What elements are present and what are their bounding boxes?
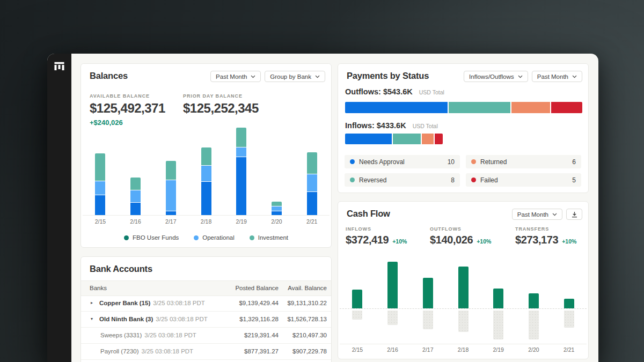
status-dot — [471, 159, 476, 164]
posted-balance: $9,139,429.44 — [239, 295, 279, 311]
download-icon — [572, 211, 577, 218]
status-label: Reversed — [359, 176, 386, 184]
app-logo-icon[interactable] — [54, 61, 65, 74]
stacked-bar — [188, 147, 224, 215]
available-balance-stat: AVAILABLE BALANCE $125,492,371 +$240,026 — [90, 93, 165, 127]
status-chip-failed[interactable]: Failed 5 — [466, 173, 581, 187]
balances-group-dropdown[interactable]: Group by Bank — [265, 71, 325, 82]
payments-period-dropdown[interactable]: Past Month — [532, 71, 582, 82]
avail-balance: $210,497.30 — [292, 327, 327, 343]
outflows-total-value: Outflows: $543.6K — [345, 87, 413, 96]
x-axis-label: 2/17 — [153, 218, 188, 225]
x-axis-label: 2/15 — [83, 218, 118, 225]
status-count: 6 — [572, 158, 576, 166]
payment-status-list: Needs Approval 10 Returned 6 Reversed 8 — [345, 155, 581, 187]
x-axis-label: 2/21 — [294, 218, 330, 225]
account-timestamp: 3/25 03:08:18 PDT — [142, 348, 194, 354]
download-button[interactable] — [566, 209, 582, 220]
prior-day-balance-value: $125,252,345 — [183, 101, 259, 116]
bar-segment — [130, 178, 141, 190]
negative-bar — [481, 311, 516, 339]
negative-bar — [445, 311, 481, 332]
status-chip-returned[interactable]: Returned 6 — [466, 155, 581, 168]
status-dot — [471, 178, 476, 182]
inflows-bar — [345, 134, 452, 144]
status-label: Needs Approval — [359, 158, 405, 166]
outflows-total: Outflows: $543.6K USD Total — [345, 87, 444, 96]
app-window: Balances Past Month Group by Bank AVAIL — [47, 54, 598, 362]
bar-segment — [307, 174, 317, 192]
account-name: Payroll (7230) — [100, 348, 139, 354]
x-axis-label: 2/20 — [259, 218, 295, 225]
chevron-down-icon — [518, 75, 523, 78]
table-row-old-ninth-bank[interactable]: ▾ Old Ninth Bank (3)3/25 03:08:18 PDT $1… — [81, 311, 331, 328]
transfers-stat: TRANSFERS $273,173 +10% — [515, 226, 576, 246]
table-row-copper-bank[interactable]: ▸ Copper Bank (15)3/25 03:08:18 PDT $9,1… — [81, 295, 331, 312]
balances-group-label: Group by Bank — [270, 73, 311, 80]
status-chip-reversed[interactable]: Reversed 8 — [345, 173, 460, 187]
inflows-unit: USD Total — [413, 123, 438, 129]
legend-dot-fbo — [124, 235, 129, 240]
cash-flow-chart-labels: 2/152/162/172/182/192/202/21 — [340, 346, 587, 353]
account-timestamp: 3/25 03:08:18 PDT — [144, 332, 196, 338]
payments-type-dropdown[interactable]: Inflows/Outflows — [464, 71, 528, 82]
column-avail-balance: Avail. Balance — [288, 281, 327, 295]
avail-balance: $1,526,728.13 — [287, 311, 327, 327]
stacked-bar — [224, 128, 259, 215]
cash-flow-chart: 2/152/162/172/182/192/202/21 — [340, 260, 587, 353]
inflows-total-value: Inflows: $433.6K — [345, 121, 406, 130]
bar-segment — [511, 102, 550, 113]
account-name: Sweeps (3331) — [100, 332, 142, 338]
balances-legend: FBO User Funds Operational Investment — [81, 234, 331, 241]
bar-segment — [166, 211, 176, 215]
outflows-stat-label: OUTFLOWS — [430, 226, 491, 232]
transfers-stat-delta: +10% — [562, 238, 576, 245]
avail-balance: $9,131,310.22 — [287, 295, 327, 311]
balances-chart-plot — [83, 124, 330, 216]
positive-bar — [516, 293, 552, 308]
table-row-sweeps-account[interactable]: Sweeps (3331)3/25 03:08:18 PDT $219,391.… — [81, 327, 331, 344]
outflows-bar — [345, 102, 582, 113]
x-axis-label: 2/19 — [224, 218, 259, 225]
balances-chart-labels: 2/152/162/172/182/192/202/21 — [83, 218, 330, 225]
bar-segment — [130, 203, 141, 215]
bar-segment — [95, 153, 105, 181]
bar-segment — [551, 102, 582, 113]
available-balance-label: AVAILABLE BALANCE — [90, 93, 165, 99]
inflows-stat: INFLOWS $372,419 +10% — [346, 226, 407, 246]
expand-caret-icon[interactable]: ▸ — [91, 295, 93, 311]
column-posted-balance: Posted Balance — [235, 281, 279, 295]
transfers-stat-value: $273,173 — [515, 234, 558, 246]
payments-by-status-panel: Payments by Status Inflows/Outflows Past… — [338, 63, 589, 193]
status-dot — [350, 159, 355, 164]
status-dot — [350, 178, 355, 182]
table-row-payroll-account[interactable]: Payroll (7230)3/25 03:08:18 PDT $877,391… — [81, 343, 331, 360]
bar-segment — [166, 180, 176, 211]
bar-segment — [393, 134, 421, 144]
x-axis-label: 2/19 — [481, 346, 516, 353]
balances-panel: Balances Past Month Group by Bank AVAIL — [80, 63, 332, 248]
bar-segment — [272, 211, 282, 215]
negative-bar — [340, 311, 375, 320]
legend-label: Investment — [258, 234, 288, 241]
balances-period-dropdown[interactable]: Past Month — [210, 71, 261, 82]
bank-accounts-panel: Bank Accounts Banks Posted Balance Avail… — [80, 256, 332, 362]
legend-label: FBO User Funds — [133, 234, 179, 241]
payments-title: Payments by Status — [347, 71, 429, 81]
chevron-down-icon — [552, 213, 557, 216]
negative-bar — [516, 311, 552, 339]
posted-balance: $877,391.27 — [244, 343, 279, 359]
cash-flow-chart-positive — [340, 260, 587, 308]
available-balance-value: $125,492,371 — [90, 101, 165, 116]
status-chip-needs-approval[interactable]: Needs Approval 10 — [345, 155, 460, 168]
legend-item: FBO User Funds — [124, 234, 179, 241]
inflows-stat-value: $372,419 — [346, 234, 389, 246]
cash-flow-period-label: Past Month — [517, 211, 548, 218]
outflows-stat-value: $140,026 — [430, 234, 473, 246]
posted-balance: $219,391.44 — [244, 327, 279, 343]
cash-flow-period-dropdown[interactable]: Past Month — [512, 209, 562, 220]
positive-bar — [340, 290, 375, 308]
collapse-caret-icon[interactable]: ▾ — [91, 311, 93, 327]
bar-segment — [236, 157, 246, 215]
outflows-stat-delta: +10% — [477, 238, 491, 245]
